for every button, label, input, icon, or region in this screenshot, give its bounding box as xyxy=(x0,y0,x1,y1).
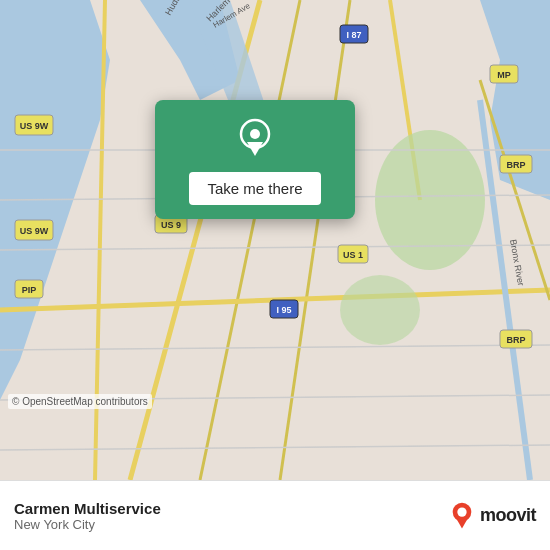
svg-text:PIP: PIP xyxy=(22,285,37,295)
location-info: Carmen Multiservice New York City xyxy=(14,500,161,532)
svg-text:US 1: US 1 xyxy=(343,250,363,260)
svg-text:US 9W: US 9W xyxy=(20,226,49,236)
moovit-pin-icon xyxy=(448,502,476,530)
svg-point-46 xyxy=(250,129,260,139)
popup-card[interactable]: Take me there xyxy=(155,100,355,219)
svg-text:BRP: BRP xyxy=(506,335,525,345)
take-me-there-button[interactable]: Take me there xyxy=(189,172,320,205)
svg-text:I 87: I 87 xyxy=(346,30,361,40)
map-container: US 9W US 9W PIP US 9 US 1 I 87 I 95 MP B… xyxy=(0,0,550,480)
svg-text:BRP: BRP xyxy=(506,160,525,170)
svg-point-13 xyxy=(375,130,485,270)
svg-text:US 9W: US 9W xyxy=(20,121,49,131)
svg-marker-50 xyxy=(457,519,468,528)
svg-text:US 9: US 9 xyxy=(161,220,181,230)
svg-point-49 xyxy=(457,507,466,516)
svg-text:I 95: I 95 xyxy=(276,305,291,315)
svg-point-14 xyxy=(340,275,420,345)
moovit-text: moovit xyxy=(480,505,536,526)
map-attribution: © OpenStreetMap contributors xyxy=(8,394,152,409)
location-pin-icon xyxy=(233,118,277,162)
svg-text:MP: MP xyxy=(497,70,511,80)
moovit-logo: moovit xyxy=(448,502,536,530)
location-city: New York City xyxy=(14,517,161,532)
svg-marker-47 xyxy=(247,142,263,156)
location-name: Carmen Multiservice xyxy=(14,500,161,517)
bottom-bar: Carmen Multiservice New York City moovit xyxy=(0,480,550,550)
